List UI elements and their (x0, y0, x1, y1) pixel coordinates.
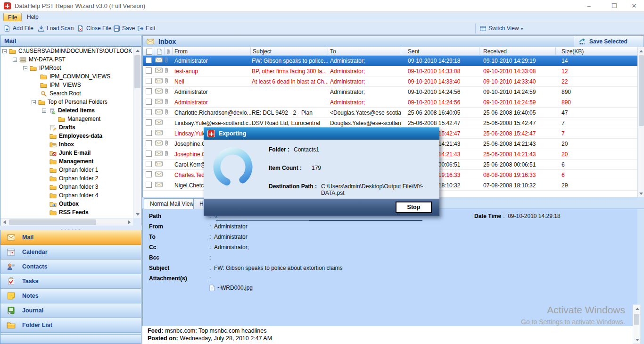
scroll-down-icon[interactable] (133, 210, 141, 218)
nav-item-mail[interactable]: Mail (0, 230, 141, 245)
posted-on-value: Wednesday, July 28, 2010 2:47 AM (180, 335, 272, 342)
tree-item-ipm-common-views[interactable]: IPM_COMMON_VIEWS (0, 72, 133, 81)
tree-expander[interactable] (23, 66, 27, 70)
scroll-right-icon[interactable] (125, 218, 133, 226)
close-button[interactable] (626, 0, 642, 12)
window-title: DataHelp PST Repair Wizard v3.0 (Full Ve… (15, 2, 145, 9)
scroll-down-icon[interactable] (638, 190, 644, 197)
row-checkbox[interactable] (146, 78, 152, 84)
column-size[interactable]: Size(KB) (556, 47, 637, 56)
mail-row[interactable]: Administrator FW: Gibson speaks to polic… (143, 56, 637, 66)
row-checkbox[interactable] (146, 161, 152, 167)
mail-row[interactable]: Lindsay.Yule@ese-scotland.c... DSV Road … (143, 118, 637, 128)
tree-expander[interactable] (32, 100, 36, 104)
column-to[interactable]: To (328, 47, 401, 56)
scrollbar-thumb[interactable] (639, 55, 644, 126)
scrollbar-thumb[interactable] (634, 314, 639, 325)
row-checkbox[interactable] (146, 99, 152, 105)
stop-button[interactable]: Stop (396, 201, 432, 213)
column-sent[interactable]: Sent (401, 47, 479, 56)
nav-item-contacts[interactable]: Contacts (0, 260, 141, 274)
tree-item-management-sub[interactable]: Management (0, 115, 133, 123)
mail-row[interactable]: Administrator Administrator; 09-10-2010 … (143, 87, 637, 97)
row-checkbox[interactable] (146, 119, 152, 126)
column-subject[interactable]: Subject (251, 47, 328, 56)
mail-row[interactable]: Charlotte.Richardson@dexio... RE: DCL 94… (143, 108, 637, 118)
select-all-checkbox[interactable] (143, 47, 155, 56)
minimize-button[interactable] (581, 0, 597, 12)
column-received[interactable]: Received (479, 47, 556, 56)
attachment-chip[interactable]: ~WRD000.jpg (209, 274, 253, 283)
dialog-title-bar[interactable]: Exporting (204, 127, 439, 140)
tree-horizontal-scrollbar[interactable] (0, 218, 133, 226)
add-file-button[interactable]: Add File (2, 24, 35, 34)
tree-item-junk-email[interactable]: Junk E-mail (0, 149, 133, 157)
mail-row[interactable]: Neil At least 6 dead in blast at Ch... A… (143, 76, 637, 87)
scroll-up-icon[interactable] (133, 47, 141, 54)
preview-vertical-scrollbar[interactable] (633, 304, 641, 344)
bcc-value (209, 253, 214, 262)
tree-item-management[interactable]: Management (0, 157, 133, 166)
close-file-button[interactable]: Close File (75, 24, 113, 34)
nav-item-notes[interactable]: Notes (0, 289, 141, 303)
tree-item-inbox[interactable]: Inbox (0, 140, 133, 149)
switch-view-button[interactable]: Switch View (478, 24, 525, 34)
tree-item-orphan-folder-3[interactable]: Orphan folder 3 (0, 183, 133, 191)
load-scan-button[interactable]: Load Scan (36, 24, 75, 34)
tree-expander[interactable] (42, 109, 46, 113)
message-icon-column[interactable] (155, 47, 165, 56)
exit-button[interactable]: Exit (135, 24, 157, 34)
path-link-underline (309, 220, 422, 221)
tree-vertical-scrollbar[interactable] (133, 47, 141, 218)
nav-item-folder-list[interactable]: Folder List (0, 318, 141, 333)
tree-item-drafts[interactable]: Drafts (0, 123, 133, 132)
tab-normal-mail-view[interactable]: Normal Mail View (144, 198, 200, 209)
row-checkbox[interactable] (146, 171, 152, 177)
tree-item-orphan-folder-1[interactable]: Orphan folder 1 (0, 166, 133, 174)
tree-item-ipmroot[interactable]: IPMRoot (0, 64, 133, 72)
scroll-down-icon[interactable] (633, 336, 641, 344)
nav-item-tasks[interactable]: Tasks (0, 274, 141, 289)
nav-item-journal[interactable]: Journal (0, 303, 141, 318)
tree-item-deleted-items[interactable]: Deleted Items (0, 106, 133, 115)
row-checkbox[interactable] (146, 57, 152, 63)
tree-item-orphan-folder-2[interactable]: Orphan folder 2 (0, 174, 133, 183)
tree-item-search-root[interactable]: Search Root (0, 89, 133, 98)
tree-item-top-of-personal-folders[interactable]: Top of Personal Folders (0, 98, 133, 106)
tree-item-rss-feeds[interactable]: RSS Feeds (0, 208, 133, 217)
column-from[interactable]: From (173, 47, 251, 56)
folder-label: Folder : (269, 146, 289, 153)
row-checkbox[interactable] (146, 88, 152, 94)
menu-help[interactable]: Help (23, 13, 43, 21)
row-checkbox[interactable] (146, 151, 152, 157)
row-checkbox[interactable] (146, 140, 152, 146)
row-checkbox[interactable] (146, 130, 152, 136)
mail-row[interactable]: test-anup BP, other firms facing 300 la.… (143, 66, 637, 76)
scroll-left-icon[interactable] (0, 218, 8, 226)
scrollbar-thumb[interactable] (134, 55, 140, 88)
save-selected-button[interactable]: Save Selected (574, 36, 644, 47)
panel-splitter[interactable] (0, 226, 141, 230)
tree-expander[interactable] (2, 49, 7, 53)
envelope-icon (155, 151, 163, 156)
save-button[interactable]: Save (111, 24, 137, 34)
maximize-button[interactable] (606, 0, 622, 12)
tree-item-ipm-views[interactable]: IPM_VIEWS (0, 81, 133, 89)
tree-item-employees-data[interactable]: Employees-data (0, 132, 133, 140)
scrollbar-thumb[interactable] (9, 219, 96, 225)
list-vertical-scrollbar[interactable] (637, 47, 644, 197)
scroll-up-icon[interactable] (638, 47, 644, 55)
scroll-up-icon[interactable] (633, 305, 641, 312)
row-checkbox[interactable] (146, 67, 152, 74)
nav-item-calendar[interactable]: Calendar (0, 245, 141, 260)
tree-expander[interactable] (13, 58, 17, 62)
tree-item-root-path[interactable]: C:\USERS\ADMIN\DOCUMENTS\OUTLOOK F (0, 47, 133, 55)
tree-item-my-data-pst[interactable]: MY-DATA.PST (0, 55, 133, 64)
menu-file[interactable]: File (3, 13, 22, 21)
attachment-column[interactable] (165, 47, 173, 56)
row-checkbox[interactable] (146, 182, 152, 188)
mail-row[interactable]: Administrator Administrator; 09-10-2010 … (143, 97, 637, 108)
tree-item-outbox[interactable]: Outbox (0, 200, 133, 208)
row-checkbox[interactable] (146, 109, 152, 115)
tree-item-orphan-folder-4[interactable]: Orphan folder 4 (0, 191, 133, 200)
